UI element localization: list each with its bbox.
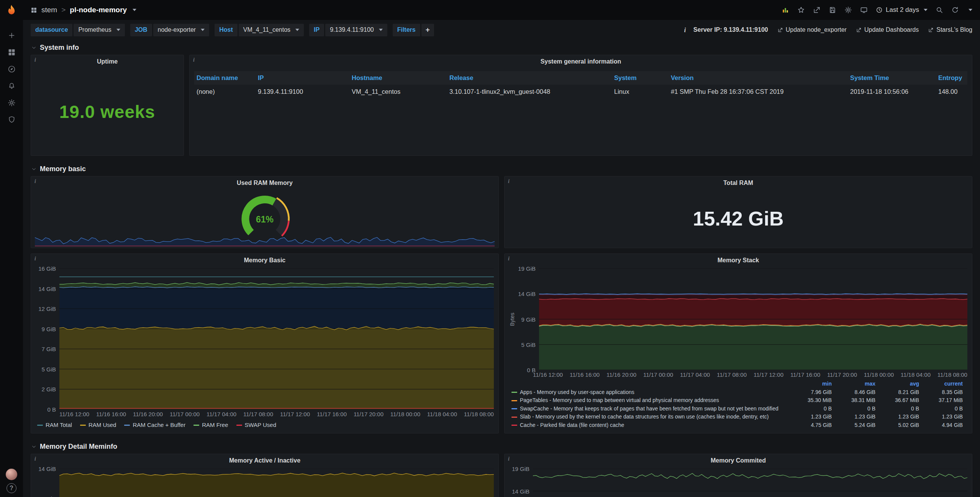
chart-plot[interactable] [59, 469, 494, 497]
axis-label: 0 B [47, 406, 56, 413]
explore-compass-icon[interactable] [3, 60, 20, 77]
y-axis-labels: 19 GiB14 GiB9 GiB5 GiB0 B [515, 268, 539, 370]
legend-item[interactable]: RAM Cache + Buffer [124, 422, 185, 428]
legend-item[interactable]: SwapCache - Memory that keeps track of p… [511, 405, 790, 413]
share-icon[interactable] [813, 6, 821, 14]
breadcrumb-folder[interactable]: stem [41, 6, 57, 14]
panel-info-icon[interactable]: i [34, 256, 36, 262]
panel-info-icon[interactable]: i [508, 178, 510, 185]
panel-header[interactable]: i System general information [190, 55, 972, 68]
chart-plot[interactable] [533, 469, 967, 497]
table-column-header[interactable]: Entropy [936, 71, 967, 85]
memory-active-chart[interactable]: 14 GiB9 GiB5 GiB0 B [31, 467, 498, 497]
axis-label: 11/16 16:00 [96, 411, 126, 417]
top-navbar: stem > pl-node-memory [23, 0, 980, 20]
total-ram-value-wrap: 15.42 GiB [505, 190, 972, 248]
star-icon[interactable] [797, 6, 805, 14]
row-memory-detail-meminfo[interactable]: Memory Detail Meminfo [31, 439, 972, 454]
tv-kiosk-icon[interactable] [860, 6, 868, 14]
legend-item[interactable]: SWAP Used [236, 422, 277, 428]
table-column-header[interactable]: Domain name [194, 71, 256, 85]
dashboards-icon[interactable] [3, 44, 20, 60]
panel-info-icon[interactable]: i [193, 57, 195, 63]
legend-item[interactable]: RAM Total [37, 422, 72, 428]
panel-header[interactable]: i Memory Active / Inactive [31, 454, 498, 467]
panel-header[interactable]: i Total RAM [505, 177, 972, 190]
legend-stat-value: 4.94 GiB [921, 421, 965, 430]
chart-plot[interactable] [539, 268, 967, 370]
panel-header[interactable]: i Memory Stack [505, 254, 972, 267]
dashboard-links: i Server IP: 9.139.4.11:9100 Update node… [684, 26, 972, 33]
breadcrumb: stem > pl-node-memory [31, 6, 136, 14]
table-column-header[interactable]: Release [447, 71, 612, 85]
legend-item[interactable]: Apps - Memory used by user-space applica… [511, 388, 790, 397]
legend-stat-column[interactable]: min [790, 380, 834, 388]
configuration-gear-icon[interactable] [3, 94, 20, 111]
memory-basic-chart[interactable]: 16 GiB14 GiB12 GiB9 GiB7 GiB5 GiB2 GiB0 … [31, 267, 498, 433]
memory-commited-chart[interactable]: 19 GiB14 GiB9 GiB5 GiB0 B [505, 467, 972, 497]
panel-title: Memory Basic [244, 257, 286, 264]
table-column-header[interactable]: Hostname [349, 71, 447, 85]
total-ram-value: 15.42 GiB [693, 207, 783, 230]
y-axis-title: Bytes [509, 268, 515, 370]
zoom-out-search-icon[interactable] [936, 6, 943, 14]
time-range-picker[interactable]: Last 2 days [876, 6, 928, 14]
memory-stack-chart[interactable]: Bytes 19 GiB14 GiB9 GiB5 GiB0 B 11/16 12… [505, 267, 972, 433]
user-avatar[interactable] [6, 469, 17, 480]
table-column-header[interactable]: Version [669, 71, 848, 85]
breadcrumb-dashboard-title[interactable]: pl-node-memory [70, 6, 127, 14]
dashboard-body: System info i Uptime 19.0 weeks i System… [23, 40, 980, 497]
variable-value-dropdown[interactable]: Prometheus [74, 24, 125, 36]
panel-info-icon[interactable]: i [508, 256, 510, 262]
link-starsl-blog[interactable]: StarsL's Blog [928, 26, 972, 33]
legend-stat-column[interactable]: avg [878, 380, 921, 388]
variables-bar: datasource Prometheus JOB node-exporter … [23, 20, 980, 40]
table-cell: (none) [194, 85, 256, 99]
legend-item[interactable]: Slab - Memory used by the kernel to cach… [511, 413, 790, 421]
table-column-header[interactable]: IP [256, 71, 349, 85]
table-header-row: Domain name IP Hostname Release System V… [194, 71, 967, 85]
legend-item[interactable]: RAM Used [80, 422, 116, 428]
panel-header[interactable]: i Memory Commited [505, 454, 972, 467]
refresh-interval-caret-icon[interactable] [969, 9, 972, 11]
bar-chart-icon[interactable] [782, 6, 789, 14]
external-link-icon [856, 27, 862, 33]
x-axis-labels: 11/16 12:0011/16 16:0011/16 20:0011/17 0… [36, 409, 494, 419]
used-ram-sparkline [35, 234, 495, 247]
panel-info-icon[interactable]: i [34, 57, 36, 63]
link-update-node-exporter[interactable]: Update node_exporter [777, 26, 847, 33]
row-system-info[interactable]: System info [31, 40, 972, 55]
dashboard-settings-gear-icon[interactable] [844, 6, 852, 14]
panel-header[interactable]: i Uptime [31, 55, 184, 68]
panel-info-icon[interactable]: i [34, 178, 36, 185]
row-memory-basic[interactable]: Memory basic [31, 161, 972, 176]
panel-header[interactable]: i Used RAM Memory [31, 177, 498, 190]
refresh-icon[interactable] [951, 6, 959, 14]
legend-stat-column[interactable]: current [921, 380, 965, 388]
axis-label: 9 GiB [521, 316, 536, 322]
help-icon[interactable]: ? [7, 483, 16, 493]
axis-label: 11/17 12:00 [280, 411, 310, 417]
table-column-header[interactable]: System Time [848, 71, 936, 85]
add-icon[interactable] [3, 27, 20, 44]
breadcrumb-caret-icon[interactable] [133, 9, 136, 11]
legend-item[interactable]: RAM Free [193, 422, 228, 428]
legend-stat-value: 1.23 GiB [834, 413, 878, 421]
add-filter-button[interactable]: + [421, 24, 434, 36]
panel-info-icon[interactable]: i [34, 456, 36, 462]
save-icon[interactable] [829, 6, 836, 14]
legend-stat-column[interactable]: max [834, 380, 878, 388]
grafana-logo-icon[interactable] [4, 4, 19, 19]
variable-value-dropdown[interactable]: node-exporter [153, 24, 210, 36]
variable-value-dropdown[interactable]: 9.139.4.11:9100 [325, 24, 387, 36]
variable-value-dropdown[interactable]: VM_4_11_centos [239, 24, 304, 36]
security-shield-icon[interactable] [3, 111, 20, 128]
link-update-dashboards[interactable]: Update Dashboards [856, 26, 919, 33]
panel-info-icon[interactable]: i [508, 456, 510, 462]
legend-item[interactable]: PageTables - Memory used to map between … [511, 396, 790, 405]
chart-plot[interactable] [59, 268, 494, 409]
panel-header[interactable]: i Memory Basic [31, 254, 498, 267]
legend-item[interactable]: Cache - Parked file data (file content) … [511, 421, 790, 430]
alerting-bell-icon[interactable] [3, 77, 20, 94]
table-column-header[interactable]: System [612, 71, 669, 85]
